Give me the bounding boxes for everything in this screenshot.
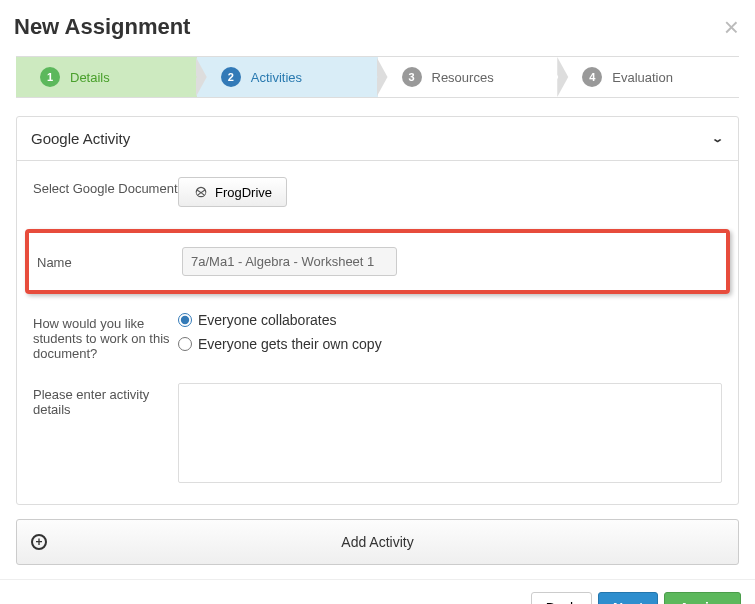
- work-mode-label: How would you like students to work on t…: [33, 312, 178, 361]
- step-number: 1: [40, 67, 60, 87]
- radio-own-copy-label: Everyone gets their own copy: [198, 336, 382, 352]
- step-resources[interactable]: 3 Resources: [378, 57, 559, 97]
- panel-title: Google Activity: [31, 130, 130, 147]
- activity-details-textarea[interactable]: [178, 383, 722, 483]
- step-label: Details: [70, 70, 110, 85]
- assign-button[interactable]: Assign: [664, 592, 741, 604]
- stepper: 1 Details 2 Activities 3 Resources 4 Eva…: [16, 56, 739, 98]
- radio-collaborate[interactable]: Everyone collaborates: [178, 312, 722, 328]
- add-activity-button[interactable]: + Add Activity: [16, 519, 739, 565]
- step-number: 3: [402, 67, 422, 87]
- chevron-down-icon: ⌄: [711, 132, 724, 145]
- radio-collaborate-input[interactable]: [178, 313, 192, 327]
- step-label: Activities: [251, 70, 302, 85]
- name-field[interactable]: [182, 247, 397, 276]
- step-number: 4: [582, 67, 602, 87]
- name-highlight: Name: [25, 229, 730, 294]
- step-evaluation[interactable]: 4 Evaluation: [558, 57, 739, 97]
- step-activities[interactable]: 2 Activities: [197, 57, 378, 97]
- frogdrive-button-label: FrogDrive: [215, 185, 272, 200]
- frogdrive-button[interactable]: FrogDrive: [178, 177, 287, 207]
- plus-icon: +: [31, 534, 47, 550]
- step-label: Resources: [432, 70, 494, 85]
- panel-header[interactable]: Google Activity ⌄: [17, 117, 738, 161]
- footer: Back Next Assign: [0, 579, 755, 604]
- radio-own-copy[interactable]: Everyone gets their own copy: [178, 336, 722, 352]
- add-activity-label: Add Activity: [341, 534, 413, 550]
- next-button[interactable]: Next: [598, 592, 658, 604]
- radio-own-copy-input[interactable]: [178, 337, 192, 351]
- back-button[interactable]: Back: [531, 592, 592, 604]
- close-icon[interactable]: ×: [724, 14, 739, 40]
- page-title: New Assignment: [14, 14, 190, 40]
- name-label: Name: [37, 253, 182, 270]
- frogdrive-icon: [193, 184, 209, 200]
- activity-panel: Google Activity ⌄ Select Google Document…: [16, 116, 739, 505]
- radio-collaborate-label: Everyone collaborates: [198, 312, 337, 328]
- activity-details-label: Please enter activity details: [33, 383, 178, 486]
- step-details[interactable]: 1 Details: [16, 57, 197, 97]
- step-label: Evaluation: [612, 70, 673, 85]
- select-document-label: Select Google Document: [33, 177, 178, 207]
- step-number: 2: [221, 67, 241, 87]
